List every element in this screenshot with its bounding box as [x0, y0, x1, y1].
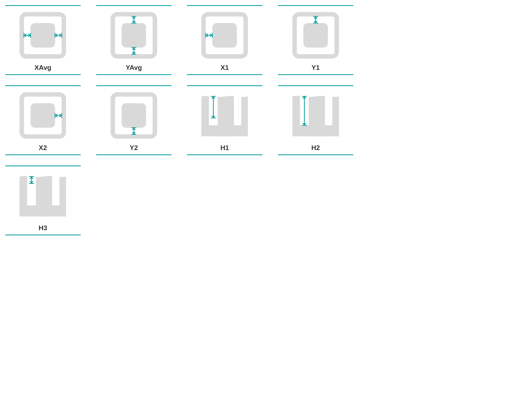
- divider: [96, 154, 172, 155]
- h3-label: H3: [5, 223, 81, 235]
- h2-diagram: [278, 86, 354, 143]
- divider: [187, 154, 263, 155]
- y1-diagram: [278, 6, 354, 63]
- x1-diagram: [187, 6, 263, 63]
- measurement-cell-y2: Y2: [96, 85, 172, 155]
- measurement-cell-x2: X2: [5, 85, 81, 155]
- y1-label: Y1: [278, 63, 354, 74]
- svg-rect-1: [31, 23, 55, 48]
- h1-label: H1: [187, 143, 263, 154]
- divider: [278, 74, 354, 75]
- measurement-cell-y1: Y1: [278, 5, 354, 75]
- divider: [187, 74, 263, 75]
- measurement-cell-x1: X1: [187, 5, 263, 75]
- y2-diagram: [96, 86, 172, 143]
- svg-rect-22: [303, 23, 328, 48]
- h2-label: H2: [278, 143, 354, 154]
- xavg-label: XAvg: [5, 63, 81, 74]
- x2-diagram: [5, 86, 81, 143]
- h1-diagram: [187, 86, 263, 143]
- measurement-cell-yavg: YAvg: [96, 5, 172, 75]
- divider: [5, 235, 81, 235]
- divider: [5, 154, 81, 155]
- svg-rect-17: [212, 23, 237, 48]
- h3-diagram: [5, 166, 81, 223]
- measurement-cell-h1: H1: [187, 85, 263, 155]
- xavg-diagram: [5, 6, 81, 63]
- svg-rect-9: [121, 23, 146, 48]
- divider: [96, 74, 172, 75]
- x2-label: X2: [5, 143, 81, 154]
- svg-rect-32: [121, 103, 146, 128]
- svg-rect-27: [31, 103, 55, 128]
- yavg-label: YAvg: [96, 63, 172, 74]
- measurement-cell-xavg: XAvg: [5, 5, 81, 75]
- measurement-cell-h2: H2: [278, 85, 354, 155]
- divider: [278, 154, 354, 155]
- x1-label: X1: [187, 63, 263, 74]
- divider: [5, 74, 81, 75]
- y2-label: Y2: [96, 143, 172, 154]
- measurement-cell-h3: H3: [5, 165, 81, 235]
- measurement-grid: XAvg YAvg X1 Y1 X2 Y2: [5, 5, 353, 235]
- yavg-diagram: [96, 6, 172, 63]
